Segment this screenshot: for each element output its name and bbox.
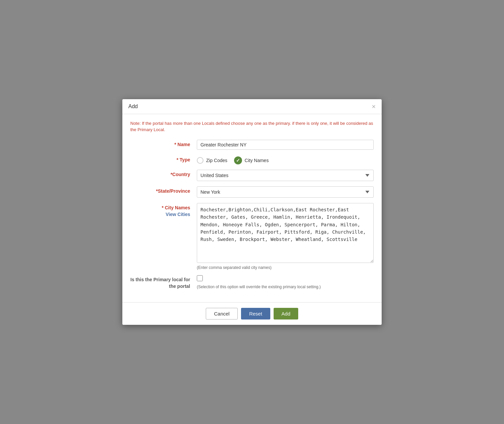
state-label: *State/Province: [130, 186, 197, 194]
type-label-text: * Type: [177, 157, 190, 162]
city-names-label-radio: City Names: [245, 158, 269, 163]
city-names-label-col: * City Names View Cities: [130, 203, 197, 217]
close-button[interactable]: ×: [372, 103, 376, 110]
type-row: * Type Zip Codes City Names: [130, 155, 374, 164]
country-label: *Country: [130, 170, 197, 177]
name-row: * Name: [130, 140, 374, 150]
type-options-wrap: Zip Codes City Names: [197, 155, 374, 164]
state-row: *State/Province New York California Texa…: [130, 186, 374, 198]
modal-title: Add: [128, 104, 138, 109]
note-text: Note: If the portal has more than one Lo…: [130, 121, 373, 132]
modal-footer: Cancel Reset Add: [122, 302, 382, 325]
add-button[interactable]: Add: [274, 308, 299, 319]
add-modal: Add × Note: If the portal has more than …: [122, 99, 382, 325]
state-select[interactable]: New York California Texas Florida: [197, 186, 374, 198]
country-row: *Country United States Canada Other: [130, 170, 374, 181]
city-radio-checked[interactable]: [234, 156, 242, 164]
name-input-wrap: [197, 140, 374, 150]
state-select-wrap: New York California Texas Florida: [197, 186, 374, 198]
primary-local-checkbox[interactable]: [197, 275, 203, 281]
name-label: * Name: [130, 140, 197, 147]
city-names-field-label: * City Names: [162, 205, 190, 210]
modal-header: Add ×: [122, 99, 382, 114]
zip-codes-label: Zip Codes: [206, 158, 227, 163]
city-names-input-wrap: Rochester,Brighton,Chili,Clarkson,East R…: [197, 203, 374, 270]
name-input[interactable]: [197, 140, 374, 150]
primary-local-label: Is this the Primary local for the portal: [130, 275, 197, 290]
reset-button[interactable]: Reset: [241, 308, 270, 319]
zip-radio-unchecked[interactable]: [197, 157, 203, 164]
type-label: * Type: [130, 155, 197, 162]
primary-local-row: Is this the Primary local for the portal…: [130, 275, 374, 290]
note-box: Note: If the portal has more than one Lo…: [130, 120, 374, 133]
primary-local-hint: (Selection of this option will override …: [197, 285, 374, 289]
cancel-button[interactable]: Cancel: [206, 308, 238, 319]
name-label-text: * Name: [175, 142, 190, 147]
country-select[interactable]: United States Canada Other: [197, 170, 374, 181]
modal-body: Note: If the portal has more than one Lo…: [122, 114, 382, 302]
city-names-hint: (Enter comma separated valid city names): [197, 265, 374, 270]
country-select-wrap: United States Canada Other: [197, 170, 374, 181]
city-names-label-wrap: * City Names View Cities: [130, 203, 197, 217]
view-cities-link[interactable]: View Cities: [166, 212, 190, 217]
type-radio-group: Zip Codes City Names: [197, 155, 374, 164]
city-names-option[interactable]: City Names: [234, 156, 269, 164]
zip-codes-option[interactable]: Zip Codes: [197, 157, 227, 164]
country-label-text: *Country: [171, 172, 190, 177]
primary-local-wrap: (Selection of this option will override …: [197, 275, 374, 289]
state-label-text: *State/Province: [156, 188, 190, 194]
city-names-textarea[interactable]: Rochester,Brighton,Chili,Clarkson,East R…: [197, 203, 374, 263]
city-names-row: * City Names View Cities Rochester,Brigh…: [130, 203, 374, 270]
